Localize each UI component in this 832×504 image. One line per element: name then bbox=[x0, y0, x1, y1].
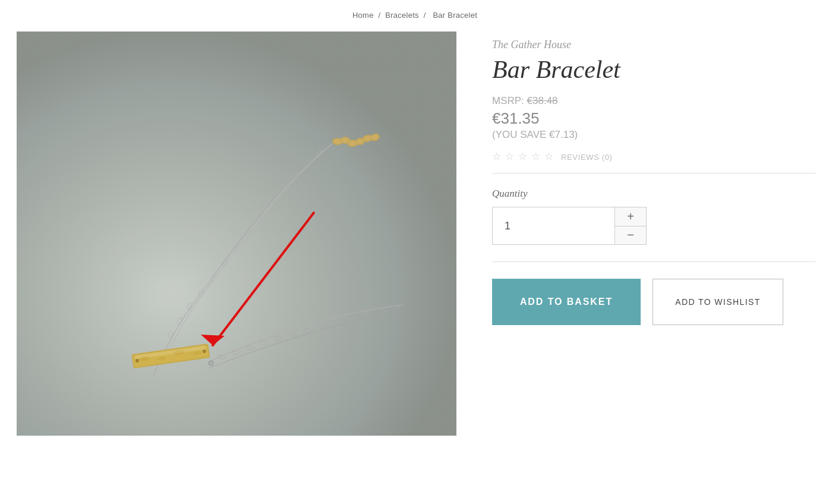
product-title: Bar Bracelet bbox=[492, 56, 815, 83]
breadcrumb-home[interactable]: Home bbox=[352, 11, 374, 20]
add-to-basket-button[interactable]: ADD TO BASKET bbox=[492, 279, 641, 325]
star-2[interactable]: ☆ bbox=[505, 152, 516, 162]
star-4[interactable]: ☆ bbox=[531, 152, 542, 162]
breadcrumb-sep2: / bbox=[424, 11, 426, 20]
svg-point-45 bbox=[209, 361, 213, 366]
breadcrumb-sep1: / bbox=[379, 11, 381, 20]
reviews-label[interactable]: REVIEWS (0) bbox=[561, 153, 613, 162]
price-section: MSRP: €38.48 €31.35 (YOU SAVE €7.13) bbox=[492, 95, 815, 141]
star-rating[interactable]: ☆ ☆ ☆ ☆ ☆ bbox=[492, 152, 555, 162]
action-buttons: ADD TO BASKET ADD TO WISHLIST bbox=[492, 279, 815, 325]
breadcrumb-current: Bar Bracelet bbox=[433, 11, 477, 20]
msrp-line: MSRP: €38.48 bbox=[492, 95, 815, 107]
breadcrumb: Home / Bracelets / Bar Bracelet bbox=[0, 0, 832, 32]
svg-rect-2 bbox=[17, 32, 456, 436]
divider-bottom bbox=[492, 262, 815, 262]
quantity-increment-button[interactable]: + bbox=[615, 207, 646, 226]
msrp-price: €38.48 bbox=[527, 95, 558, 106]
quantity-decrement-button[interactable]: − bbox=[615, 226, 646, 245]
quantity-value: 1 bbox=[493, 207, 615, 244]
star-3[interactable]: ☆ bbox=[518, 152, 529, 162]
sale-price: €31.35 bbox=[492, 109, 815, 128]
msrp-label: MSRP: bbox=[492, 95, 524, 106]
brand-name: The Gather House bbox=[492, 39, 815, 51]
star-5[interactable]: ☆ bbox=[544, 152, 555, 162]
quantity-control[interactable]: 1 + − bbox=[492, 207, 647, 245]
quantity-label: Quantity bbox=[492, 188, 815, 200]
breadcrumb-bracelets[interactable]: Bracelets bbox=[385, 11, 419, 20]
divider-top bbox=[492, 173, 815, 174]
product-details: The Gather House Bar Bracelet MSRP: €38.… bbox=[492, 32, 815, 325]
product-image bbox=[17, 32, 456, 436]
star-1[interactable]: ☆ bbox=[492, 152, 503, 162]
add-to-wishlist-button[interactable]: ADD TO WISHLIST bbox=[653, 279, 783, 325]
you-save: (YOU SAVE €7.13) bbox=[492, 129, 815, 141]
product-image-area bbox=[17, 32, 456, 436]
reviews-section: ☆ ☆ ☆ ☆ ☆ REVIEWS (0) bbox=[492, 152, 815, 162]
